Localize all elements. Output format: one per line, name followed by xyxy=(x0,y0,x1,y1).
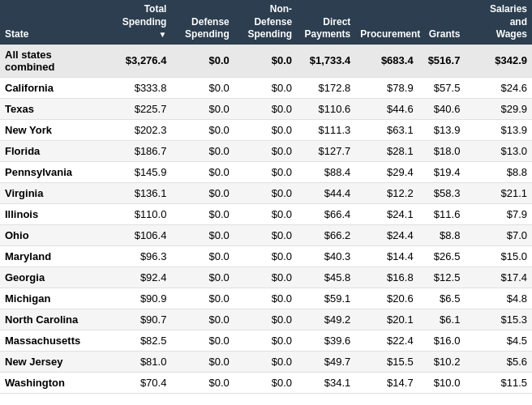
cell-direct: $127.7 xyxy=(297,140,355,161)
cell-defense: $0.0 xyxy=(171,98,234,119)
cell-grants: $13.9 xyxy=(418,119,466,140)
cell-total: $70.4 xyxy=(109,372,171,393)
cell-salaries: $17.4 xyxy=(465,266,532,288)
cell-procurement: $63.1 xyxy=(355,119,418,140)
table-row: California$333.8$0.0$0.0$172.8$78.9$57.5… xyxy=(0,77,532,98)
cell-procurement: $12.2 xyxy=(355,182,418,203)
cell-nondefense: $0.0 xyxy=(234,330,297,351)
cell-total: $106.4 xyxy=(109,224,171,245)
table-row: Michigan$90.9$0.0$0.0$59.1$20.6$6.5$4.8 xyxy=(0,288,532,309)
cell-nondefense: $0.0 xyxy=(234,203,297,224)
cell-defense: $0.0 xyxy=(171,351,234,372)
cell-procurement: $29.4 xyxy=(355,161,418,182)
cell-salaries: $29.9 xyxy=(465,98,532,119)
cell-grants: $10.0 xyxy=(418,372,466,393)
cell-procurement: $14.7 xyxy=(355,372,418,393)
cell-grants: $516.7 xyxy=(418,45,466,78)
cell-state: New Jersey xyxy=(0,351,109,372)
cell-defense: $0.0 xyxy=(171,182,234,203)
cell-total: $110.0 xyxy=(109,203,171,224)
cell-defense: $0.0 xyxy=(171,288,234,309)
table-row: Maryland$96.3$0.0$0.0$40.3$14.4$26.5$15.… xyxy=(0,245,532,266)
cell-grants: $11.6 xyxy=(418,203,466,224)
cell-total: $186.7 xyxy=(109,140,171,161)
cell-defense: $0.0 xyxy=(171,224,234,245)
cell-direct: $40.3 xyxy=(297,245,355,266)
cell-salaries: $4.8 xyxy=(465,288,532,309)
spending-table: State TotalSpending ▼ DefenseSpending No… xyxy=(0,0,532,394)
cell-total: $3,276.4 xyxy=(109,45,171,78)
cell-nondefense: $0.0 xyxy=(234,45,297,78)
cell-nondefense: $0.0 xyxy=(234,224,297,245)
cell-state: Florida xyxy=(0,140,109,161)
cell-total: $81.0 xyxy=(109,351,171,372)
cell-nondefense: $0.0 xyxy=(234,182,297,203)
cell-state: Virginia xyxy=(0,182,109,203)
cell-nondefense: $0.0 xyxy=(234,140,297,161)
cell-salaries: $8.8 xyxy=(465,161,532,182)
cell-salaries: $4.5 xyxy=(465,330,532,351)
cell-salaries: $15.3 xyxy=(465,309,532,330)
cell-direct: $49.7 xyxy=(297,351,355,372)
cell-defense: $0.0 xyxy=(171,140,234,161)
table-row: North Carolina$90.7$0.0$0.0$49.2$20.1$6.… xyxy=(0,309,532,330)
cell-direct: $111.3 xyxy=(297,119,355,140)
cell-total: $145.9 xyxy=(109,161,171,182)
cell-grants: $57.5 xyxy=(418,77,466,98)
cell-direct: $1,733.4 xyxy=(297,45,355,78)
cell-grants: $19.4 xyxy=(418,161,466,182)
cell-grants: $6.1 xyxy=(418,309,466,330)
cell-procurement: $15.5 xyxy=(355,351,418,372)
cell-direct: $45.8 xyxy=(297,266,355,288)
cell-direct: $172.8 xyxy=(297,77,355,98)
table-row: Texas$225.7$0.0$0.0$110.6$44.6$40.6$29.9 xyxy=(0,98,532,119)
cell-defense: $0.0 xyxy=(171,245,234,266)
cell-defense: $0.0 xyxy=(171,203,234,224)
cell-total: $96.3 xyxy=(109,245,171,266)
cell-total: $90.7 xyxy=(109,309,171,330)
cell-salaries: $11.5 xyxy=(465,372,532,393)
cell-procurement: $20.1 xyxy=(355,309,418,330)
cell-direct: $34.1 xyxy=(297,372,355,393)
cell-salaries: $15.0 xyxy=(465,245,532,266)
cell-salaries: $342.9 xyxy=(465,45,532,78)
cell-defense: $0.0 xyxy=(171,119,234,140)
cell-nondefense: $0.0 xyxy=(234,161,297,182)
cell-salaries: $5.6 xyxy=(465,351,532,372)
col-header-total[interactable]: TotalSpending ▼ xyxy=(109,0,171,45)
cell-state: Texas xyxy=(0,98,109,119)
table-row: Pennsylvania$145.9$0.0$0.0$88.4$29.4$19.… xyxy=(0,161,532,182)
table-row: Georgia$92.4$0.0$0.0$45.8$16.8$12.5$17.4 xyxy=(0,266,532,288)
cell-grants: $26.5 xyxy=(418,245,466,266)
cell-salaries: $13.0 xyxy=(465,140,532,161)
col-header-salaries: Salaries andWages xyxy=(465,0,532,45)
cell-direct: $66.4 xyxy=(297,203,355,224)
cell-procurement: $28.1 xyxy=(355,140,418,161)
table-row: All states combined$3,276.4$0.0$0.0$1,73… xyxy=(0,45,532,78)
col-header-procurement: Procurement xyxy=(355,0,418,45)
cell-direct: $88.4 xyxy=(297,161,355,182)
cell-procurement: $22.4 xyxy=(355,330,418,351)
cell-procurement: $683.4 xyxy=(355,45,418,78)
cell-grants: $8.8 xyxy=(418,224,466,245)
cell-nondefense: $0.0 xyxy=(234,309,297,330)
cell-grants: $6.5 xyxy=(418,288,466,309)
cell-nondefense: $0.0 xyxy=(234,245,297,266)
cell-grants: $40.6 xyxy=(418,98,466,119)
cell-defense: $0.0 xyxy=(171,45,234,78)
cell-defense: $0.0 xyxy=(171,77,234,98)
cell-salaries: $24.6 xyxy=(465,77,532,98)
cell-procurement: $20.6 xyxy=(355,288,418,309)
cell-state: California xyxy=(0,77,109,98)
table-row: New Jersey$81.0$0.0$0.0$49.7$15.5$10.2$5… xyxy=(0,351,532,372)
cell-nondefense: $0.0 xyxy=(234,351,297,372)
cell-grants: $58.3 xyxy=(418,182,466,203)
cell-nondefense: $0.0 xyxy=(234,77,297,98)
cell-procurement: $24.1 xyxy=(355,203,418,224)
table-row: Florida$186.7$0.0$0.0$127.7$28.1$18.0$13… xyxy=(0,140,532,161)
cell-total: $136.1 xyxy=(109,182,171,203)
cell-defense: $0.0 xyxy=(171,266,234,288)
cell-procurement: $14.4 xyxy=(355,245,418,266)
cell-nondefense: $0.0 xyxy=(234,119,297,140)
cell-direct: $39.6 xyxy=(297,330,355,351)
